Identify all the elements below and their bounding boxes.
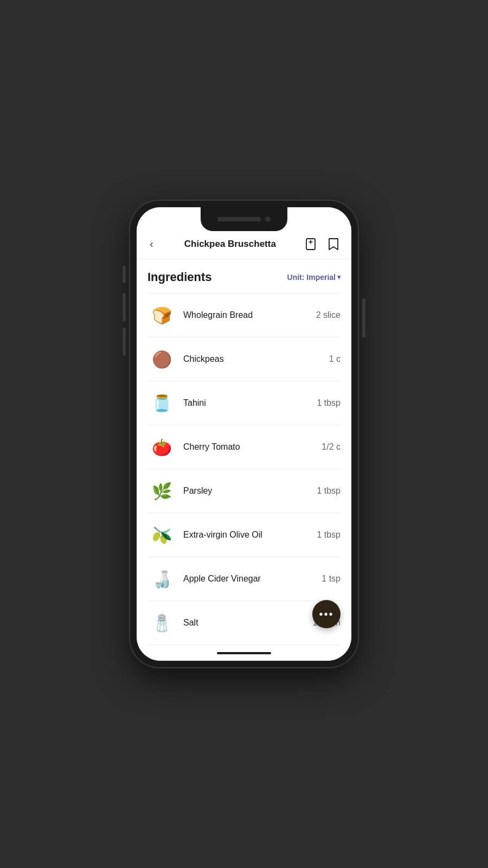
ingredient-icon: 🟤 bbox=[147, 345, 176, 373]
ingredient-row: 🍅Cherry Tomato1/2 c bbox=[147, 425, 341, 469]
header-actions bbox=[305, 237, 341, 251]
ingredient-icon: 🍅 bbox=[147, 433, 176, 461]
ingredient-icon: 🫒 bbox=[147, 521, 176, 549]
ingredient-icon: 🫙 bbox=[147, 389, 176, 417]
ingredient-name: Wholegrain Bread bbox=[183, 310, 316, 320]
ingredients-header: Ingredients Unit: Imperial ▾ bbox=[147, 270, 341, 284]
ingredient-row: 🍞Wholegrain Bread2 slice bbox=[147, 293, 341, 337]
more-options-fab[interactable]: ••• bbox=[312, 600, 341, 628]
ingredient-name: Cherry Tomato bbox=[183, 442, 322, 452]
ingredient-row: 🟤Chickpeas1 c bbox=[147, 337, 341, 381]
more-icon: ••• bbox=[319, 608, 333, 621]
add-to-plan-button[interactable] bbox=[305, 237, 319, 251]
ingredient-name: Extra-virgin Olive Oil bbox=[183, 530, 317, 540]
chevron-down-icon: ▾ bbox=[337, 273, 341, 281]
ingredient-icon: 🌿 bbox=[147, 477, 176, 505]
page-title: Chickpea Bruschetta bbox=[184, 239, 276, 250]
ingredient-name: Salt bbox=[183, 618, 312, 628]
ingredient-amount: 1 tbsp bbox=[317, 486, 341, 496]
home-indicator bbox=[137, 646, 351, 661]
ingredient-row: 🌿Parsley1 tbsp bbox=[147, 469, 341, 513]
ingredient-name: Apple Cider Vinegar bbox=[183, 574, 322, 584]
ingredients-section: Ingredients Unit: Imperial ▾ 🍞Wholegrain… bbox=[137, 259, 351, 646]
ingredient-name: Tahini bbox=[183, 398, 317, 408]
ingredient-amount: 1 c bbox=[329, 354, 341, 364]
ingredient-amount: 1 tbsp bbox=[317, 398, 341, 408]
ingredient-icon: 🍞 bbox=[147, 301, 176, 329]
unit-selector[interactable]: Unit: Imperial ▾ bbox=[287, 273, 341, 282]
ingredient-icon: 🍶 bbox=[147, 565, 176, 593]
ingredient-amount: 1/2 c bbox=[322, 442, 341, 452]
app-header: ‹ Chickpea Bruschetta bbox=[137, 231, 351, 259]
ingredient-amount: 2 slice bbox=[316, 310, 341, 320]
ingredient-name: Parsley bbox=[183, 486, 317, 496]
ingredient-row: 🍶Apple Cider Vinegar1 tsp bbox=[147, 557, 341, 601]
ingredient-amount: 1 tsp bbox=[322, 574, 341, 584]
bookmark-button[interactable] bbox=[326, 237, 341, 251]
ingredient-row: 🧂Salt1 pinch bbox=[147, 601, 341, 645]
ingredient-row: 🫒Extra-virgin Olive Oil1 tbsp bbox=[147, 513, 341, 557]
scroll-content[interactable]: Ingredients Unit: Imperial ▾ 🍞Wholegrain… bbox=[137, 259, 351, 646]
home-bar bbox=[217, 652, 271, 654]
ingredient-list: 🍞Wholegrain Bread2 slice🟤Chickpeas1 c🫙Ta… bbox=[147, 293, 341, 646]
ingredient-amount: 1 tbsp bbox=[317, 530, 341, 540]
back-button[interactable]: ‹ bbox=[147, 235, 156, 252]
ingredients-title: Ingredients bbox=[147, 270, 212, 284]
ingredient-name: Chickpeas bbox=[183, 354, 329, 364]
ingredient-row: 🫙Tahini1 tbsp bbox=[147, 381, 341, 425]
ingredient-icon: 🧂 bbox=[147, 609, 176, 637]
